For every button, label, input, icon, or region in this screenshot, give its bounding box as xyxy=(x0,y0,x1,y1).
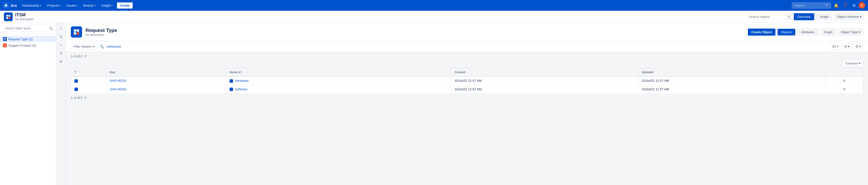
name-tag-icon: 🏷 xyxy=(238,70,241,74)
sidebar-tree: Request Type (2) ★ Support Product (5) xyxy=(0,34,56,185)
secondbar: ITSM No description ▾ Overview Graph Obj… xyxy=(0,11,868,23)
row1-actions-cell: ⚙ xyxy=(826,76,863,85)
sidebar-item-request-type-label: Request Type (2) xyxy=(8,37,32,41)
collapse-left-icon[interactable]: « xyxy=(59,25,63,31)
user-avatar[interactable]: U xyxy=(859,2,865,8)
object-schema-tab[interactable]: Object Schema ▾ xyxy=(834,13,864,20)
row1-key-cell: GHS-40232 xyxy=(106,76,226,85)
col-header-updated: Updated xyxy=(638,68,826,76)
nav-dashboards[interactable]: Dashboards ▾ xyxy=(20,2,44,9)
sidebar: 🔍 Request Type (2) xyxy=(0,23,56,185)
secondbar-title-wrap: ITSM No description xyxy=(15,12,34,21)
table-row: GHS-40232 Hardware 15/Jul/21 11:57 AM 15… xyxy=(71,76,863,85)
support-product-icon: ★ xyxy=(3,43,7,48)
svg-rect-16 xyxy=(74,32,76,35)
nav-issues[interactable]: Issues ▾ xyxy=(64,2,80,9)
create-button[interactable]: Create xyxy=(117,2,133,8)
issues-chevron-icon: ▾ xyxy=(76,4,78,7)
content-graph-tab-button[interactable]: Graph xyxy=(820,29,836,36)
overview-tab[interactable]: Overview xyxy=(794,13,814,20)
settings-icon[interactable]: ⚙ xyxy=(851,2,857,9)
row2-settings-icon[interactable]: ⚙ xyxy=(843,87,846,91)
shrink-icon[interactable]: ⤡ xyxy=(59,42,63,48)
filter-chevron-icon: ▾ xyxy=(93,45,95,48)
row1-type-cell xyxy=(71,76,106,85)
row1-name-cell: Hardware xyxy=(226,76,451,85)
row2-actions-cell: ⚙ xyxy=(826,85,863,93)
col-header-actions xyxy=(826,68,863,76)
secondbar-title: ITSM xyxy=(15,12,34,18)
sidebar-item-request-type[interactable]: Request Type (2) xyxy=(0,36,56,42)
columns-button[interactable]: Columns ▾ xyxy=(843,60,863,67)
create-object-button[interactable]: Create Object xyxy=(748,29,775,36)
list-view-button[interactable]: ☰ ▾ xyxy=(854,43,863,50)
jira-logo[interactable]: Jira xyxy=(3,2,17,8)
refresh-bottom-icon[interactable]: ↺ xyxy=(84,96,87,100)
content-actions: Create Object Objects Attributes Graph O… xyxy=(748,29,863,36)
settings-chevron-icon: ▾ xyxy=(848,45,850,48)
page-size-select[interactable]: 25 ▾ xyxy=(830,43,841,50)
row1-updated-cell: 15/Jul/21 11:57 AM xyxy=(638,76,826,85)
advanced-link[interactable]: Advanced xyxy=(107,45,121,48)
objects-tab-button[interactable]: Objects xyxy=(777,29,796,36)
secondbar-subtitle: No description xyxy=(15,18,34,21)
content-header: Request Type No description Create Objec… xyxy=(66,23,868,41)
result-count-top: 1–2 of 2 ↺ xyxy=(71,52,863,60)
row2-type-cell xyxy=(71,85,106,93)
row1-key-link[interactable]: GHS-40232 xyxy=(110,79,126,83)
list-icon: ☰ xyxy=(856,45,859,48)
dashboards-chevron-icon: ▾ xyxy=(40,4,41,7)
global-search-input[interactable] xyxy=(792,2,831,8)
row2-type-icon xyxy=(74,88,78,91)
refresh-icon[interactable]: ↺ xyxy=(59,50,63,56)
graph-tab[interactable]: Graph xyxy=(816,13,832,20)
help-icon[interactable]: ❓ xyxy=(842,2,849,9)
row1-name-link[interactable]: Hardware xyxy=(235,79,249,83)
svg-rect-4 xyxy=(6,17,8,19)
row2-name-cell: Software xyxy=(226,85,451,93)
filter-search-button[interactable]: Filter Search ▾ xyxy=(71,43,97,50)
svg-rect-17 xyxy=(77,32,79,35)
nav-boards[interactable]: Boards ▾ xyxy=(81,2,98,9)
row2-created-cell: 15/Jul/21 11:57 AM xyxy=(451,85,638,93)
nav-projects[interactable]: Projects ▾ xyxy=(45,2,63,9)
sidebar-search-icon[interactable]: 🔍 xyxy=(49,27,53,30)
content-subtitle: No description xyxy=(86,33,744,37)
insight-chevron-icon: ▾ xyxy=(112,4,113,7)
main-content: Request Type No description Create Objec… xyxy=(66,23,868,185)
search-objects-input[interactable] xyxy=(746,13,785,20)
global-search-icon: 🔍 xyxy=(826,4,829,7)
row2-name-link[interactable]: Software xyxy=(235,87,247,91)
table-header-row: T Key Name 🏷 Created Updated xyxy=(71,68,863,76)
row1-settings-icon[interactable]: ⚙ xyxy=(843,79,846,83)
svg-rect-15 xyxy=(77,29,79,32)
row2-name-icon xyxy=(229,88,233,91)
sidebar-search-input[interactable] xyxy=(3,25,48,31)
projects-chevron-icon: ▾ xyxy=(59,4,61,7)
objects-table: T Key Name 🏷 Created Updated xyxy=(71,68,863,93)
boards-chevron-icon: ▾ xyxy=(94,4,95,7)
secondbar-right: ▾ Overview Graph Object Schema ▾ xyxy=(746,13,864,20)
search-objects-dropdown-btn[interactable]: ▾ xyxy=(786,14,792,20)
add-icon[interactable]: ⊕ xyxy=(59,59,63,64)
sidebar-item-support-product[interactable]: ★ Support Product (5) xyxy=(0,42,56,49)
search-objects-wrap: ▾ xyxy=(746,13,792,20)
row2-key-link[interactable]: GHS-40231 xyxy=(110,87,126,91)
transfer-icon[interactable]: ⇅ xyxy=(59,34,63,39)
svg-text:★: ★ xyxy=(4,45,6,47)
table-settings-button[interactable]: ⚙ ▾ xyxy=(842,43,852,50)
col-header-name: Name 🏷 xyxy=(226,68,451,76)
svg-rect-3 xyxy=(8,15,10,17)
row1-created-cell: 15/Jul/21 11:57 AM xyxy=(451,76,638,85)
table-row: GHS-40231 Software 15/Jul/21 11:57 AM 15… xyxy=(71,85,863,93)
svg-rect-9 xyxy=(4,39,5,40)
content-title: Request Type xyxy=(86,28,744,33)
topnav-right-section: 🔍 🔔 ❓ ⚙ U xyxy=(792,2,865,9)
notifications-icon[interactable]: 🔔 xyxy=(832,2,840,9)
toolbar: Filter Search ▾ 🔍 Advanced 25 ▾ ⚙ ▾ ☰ ▾ xyxy=(66,41,868,52)
refresh-count-icon[interactable]: ↺ xyxy=(84,55,87,58)
object-type-tab-button[interactable]: Object Type ▾ xyxy=(838,29,863,36)
toolbar-search-icon[interactable]: 🔍 xyxy=(100,44,104,49)
attributes-tab-button[interactable]: Attributes xyxy=(798,29,818,36)
nav-insight[interactable]: Insight ▾ xyxy=(99,2,115,9)
